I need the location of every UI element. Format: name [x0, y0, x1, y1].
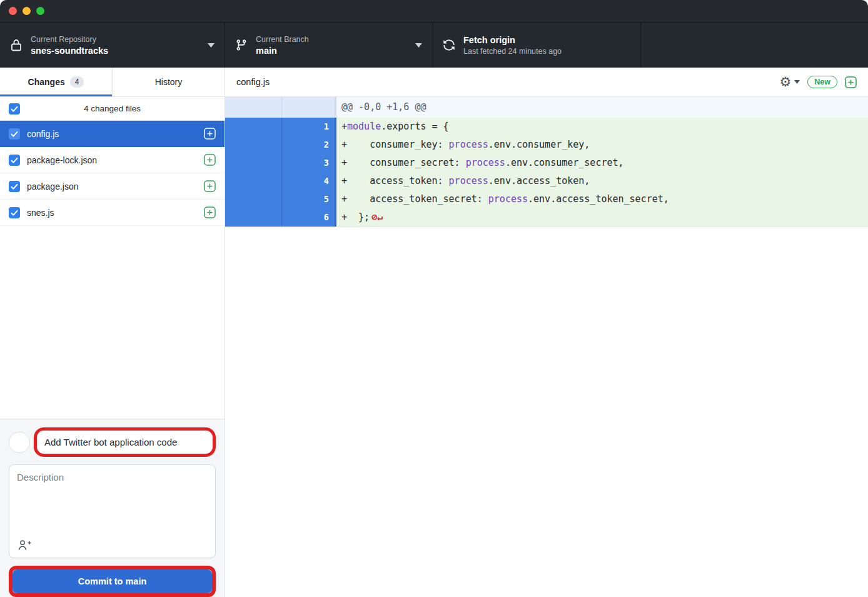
plus-square-icon[interactable]	[845, 76, 857, 88]
tab-changes[interactable]: Changes 4	[0, 68, 112, 96]
git-branch-icon	[235, 39, 248, 51]
commit-summary-input[interactable]: Add Twitter bot application code	[44, 437, 177, 447]
diff-line-4[interactable]: 4+ access_token: process.env.access_toke…	[225, 172, 868, 190]
file-name: config.js	[27, 129, 197, 139]
file-name: snes.js	[27, 208, 197, 218]
added-file-icon	[204, 180, 216, 192]
file-name: package.json	[27, 181, 197, 191]
branch-label: Current Branch	[256, 35, 309, 44]
diff-gutter[interactable]: 6	[225, 208, 336, 227]
gear-icon: ⚙	[779, 76, 791, 89]
file-checkbox[interactable]	[9, 128, 20, 140]
diff-file-title: config.js	[236, 77, 270, 87]
added-file-icon	[204, 128, 216, 140]
fetch-subtitle: Last fetched 24 minutes ago	[463, 47, 562, 56]
line-number: 5	[282, 190, 335, 208]
file-checkbox[interactable]	[9, 207, 20, 218]
changed-file-list: config.jspackage-lock.jsonpackage.jsonsn…	[0, 121, 225, 419]
diff-header: config.js ⚙ New	[225, 68, 868, 97]
file-checkbox[interactable]	[9, 181, 20, 192]
diff-gutter	[225, 97, 336, 118]
zoom-button[interactable]	[36, 7, 44, 15]
diff-line-6[interactable]: 6+ };⊘↵	[225, 208, 868, 227]
diff-code: +module.exports = {	[336, 118, 868, 136]
diff-hunk-header: @@ -0,0 +1,6 @@	[225, 97, 868, 118]
chevron-down-icon	[415, 43, 422, 48]
changed-files-header: 4 changed files	[0, 97, 225, 121]
commit-summary-row: Add Twitter bot application code	[9, 427, 216, 457]
file-row-snes.js[interactable]: snes.js	[0, 200, 225, 226]
diff-code: + };⊘↵	[336, 208, 868, 227]
added-file-icon	[204, 154, 216, 166]
diff-code: + consumer_key: process.env.consumer_key…	[336, 136, 868, 154]
tab-history[interactable]: History	[112, 68, 225, 96]
diff-gutter[interactable]: 4	[225, 172, 336, 190]
commit-button[interactable]: Commit to main	[13, 569, 212, 593]
line-number: 2	[282, 136, 335, 154]
diff-gutter[interactable]: 5	[225, 190, 336, 208]
fetch-title: Fetch origin	[463, 35, 562, 45]
file-row-config.js[interactable]: config.js	[0, 121, 225, 147]
diff-code: + access_token_secret: process.env.acces…	[336, 190, 868, 208]
file-row-package.json[interactable]: package.json	[0, 173, 225, 200]
avatar	[9, 432, 30, 453]
tab-changes-label: Changes	[28, 77, 65, 87]
sidebar: Changes 4 History 4 changed files config…	[0, 68, 225, 597]
line-number: 6	[282, 208, 335, 227]
repository-label: Current Repository	[31, 35, 108, 44]
line-number: 4	[282, 172, 335, 190]
file-checkbox[interactable]	[9, 155, 20, 166]
titlebar	[0, 0, 868, 23]
added-file-icon	[204, 207, 216, 218]
select-all-checkbox[interactable]	[9, 103, 20, 115]
line-number: 3	[282, 154, 335, 172]
diff-body: @@ -0,0 +1,6 @@1+module.exports = {2+ co…	[225, 97, 868, 597]
tab-history-label: History	[155, 77, 183, 87]
fetch-origin-button[interactable]: Fetch origin Last fetched 24 minutes ago	[433, 23, 641, 68]
annotation-summary-highlight: Add Twitter bot application code	[34, 427, 216, 457]
commit-form: Add Twitter bot application code Descrip…	[0, 419, 225, 597]
branch-name: main	[256, 46, 309, 56]
diff-line-2[interactable]: 2+ consumer_key: process.env.consumer_ke…	[225, 136, 868, 154]
new-file-badge: New	[807, 76, 837, 88]
diff-panel: config.js ⚙ New @@ -0,0 +1,6 @@1+module.	[225, 68, 868, 597]
hunk-header-text: @@ -0,0 +1,6 @@	[336, 97, 868, 118]
diff-lines: @@ -0,0 +1,6 @@1+module.exports = {2+ co…	[225, 97, 868, 227]
line-number: 1	[282, 118, 335, 136]
minimize-button[interactable]	[23, 7, 31, 15]
commit-button-branch: main	[125, 576, 146, 586]
changes-count-badge: 4	[70, 76, 84, 88]
diff-line-5[interactable]: 5+ access_token_secret: process.env.acce…	[225, 190, 868, 208]
diff-code: + consumer_secret: process.env.consumer_…	[336, 154, 868, 172]
commit-button-label: Commit to	[78, 576, 123, 586]
lock-icon	[10, 38, 23, 52]
diff-gutter[interactable]: 1	[225, 118, 336, 136]
sidebar-tabs: Changes 4 History	[0, 68, 225, 97]
commit-description-input[interactable]: Description	[9, 464, 216, 558]
app-window: Current Repository snes-soundtracks Curr…	[0, 0, 868, 597]
repository-name: snes-soundtracks	[31, 46, 108, 56]
current-repository-button[interactable]: Current Repository snes-soundtracks	[0, 23, 225, 68]
diff-gutter[interactable]: 3	[225, 154, 336, 172]
toolbar: Current Repository snes-soundtracks Curr…	[0, 23, 868, 68]
description-placeholder: Description	[17, 472, 64, 482]
changed-files-count: 4 changed files	[20, 104, 204, 113]
main-area: Changes 4 History 4 changed files config…	[0, 68, 868, 597]
diff-gutter[interactable]: 2	[225, 136, 336, 154]
file-row-package-lock.json[interactable]: package-lock.json	[0, 147, 225, 173]
chevron-down-icon	[208, 43, 214, 48]
sync-icon	[443, 39, 455, 51]
diff-line-3[interactable]: 3+ consumer_secret: process.env.consumer…	[225, 154, 868, 172]
annotation-commit-highlight: Commit to main	[9, 566, 216, 597]
chevron-down-icon	[794, 80, 800, 84]
current-branch-button[interactable]: Current Branch main	[225, 23, 433, 68]
person-add-icon[interactable]	[18, 539, 32, 551]
diff-settings-button[interactable]: ⚙	[779, 76, 800, 89]
diff-line-1[interactable]: 1+module.exports = {	[225, 118, 868, 136]
diff-code: + access_token: process.env.access_token…	[336, 172, 868, 190]
close-button[interactable]	[9, 7, 17, 15]
file-name: package-lock.json	[27, 155, 197, 165]
